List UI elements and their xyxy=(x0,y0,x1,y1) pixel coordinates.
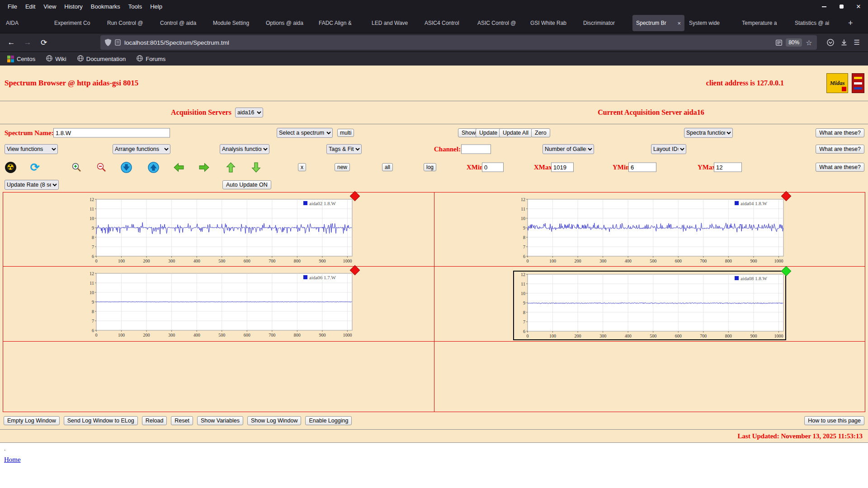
ymin-input[interactable] xyxy=(628,163,656,172)
close-button[interactable]: ✕ xyxy=(855,4,862,10)
midas-logo[interactable]: Midas xyxy=(826,73,848,93)
x-button[interactable]: x xyxy=(298,163,306,171)
download-icon[interactable] xyxy=(840,39,848,46)
bookmark-wiki[interactable]: Wiki xyxy=(46,55,66,63)
auto-update-button[interactable]: Auto Update ON xyxy=(222,180,271,189)
log-button[interactable]: log xyxy=(424,163,436,171)
tab-experiment-co[interactable]: Experiment Co xyxy=(51,15,103,31)
what-are-these-button-2[interactable]: What are these? xyxy=(816,145,864,154)
xmin-input[interactable] xyxy=(482,163,504,172)
xmax-input[interactable] xyxy=(551,163,574,172)
multi-button[interactable]: multi xyxy=(337,129,354,137)
enable-logging-button[interactable]: Enable Logging xyxy=(305,416,352,425)
spectra-functions-dropdown[interactable]: Spectra functions xyxy=(684,128,733,138)
back-icon[interactable]: ← xyxy=(5,36,18,49)
bookmark-star-icon[interactable]: ☆ xyxy=(806,38,812,47)
tab-discriminator[interactable]: Discriminator xyxy=(580,15,632,31)
maximize-button[interactable] xyxy=(838,4,844,10)
gallery-cell-4[interactable]: 6789101112010020030040050060070080090010… xyxy=(434,267,865,342)
url-bar[interactable]: localhost:8015/Spectrum/Spectrum.tml 80%… xyxy=(100,35,817,50)
how-to-use-button[interactable]: How to use this page xyxy=(804,416,864,425)
menu-view[interactable]: View xyxy=(39,3,60,10)
facility-logo[interactable] xyxy=(852,73,864,93)
arrow-up-icon[interactable] xyxy=(225,161,236,173)
gallery-cell-1[interactable]: 6789101112010020030040050060070080090010… xyxy=(3,192,434,267)
spectrum-name-input[interactable] xyxy=(53,128,170,138)
shield-icon[interactable] xyxy=(105,39,111,46)
reset-button[interactable]: Reset xyxy=(171,416,193,425)
zoom-level-badge[interactable]: 80% xyxy=(786,38,802,47)
show-log-window-button[interactable]: Show Log Window xyxy=(247,416,302,425)
tab-fadc-align[interactable]: FADC Align & xyxy=(315,15,367,31)
zoom-out-icon[interactable] xyxy=(95,161,107,173)
menu-edit[interactable]: Edit xyxy=(21,3,39,10)
tab-temperature-a[interactable]: Temperature a xyxy=(738,15,790,31)
new-button[interactable]: new xyxy=(335,163,350,171)
menu-help[interactable]: Help xyxy=(146,3,166,10)
site-info-icon[interactable] xyxy=(115,39,121,46)
update-all-button[interactable]: Update All xyxy=(499,128,532,137)
arrange-functions-dropdown[interactable]: Arrange functions xyxy=(113,144,170,154)
reload-button[interactable]: Reload xyxy=(142,416,167,425)
hamburger-menu-icon[interactable]: ☰ xyxy=(854,38,860,47)
layout-id-dropdown[interactable]: Layout ID=8 xyxy=(651,144,686,154)
radiation-icon[interactable]: ☢ xyxy=(5,161,16,173)
pocket-icon[interactable] xyxy=(827,39,834,46)
menu-tools[interactable]: Tools xyxy=(124,3,146,10)
refresh-icon[interactable]: ⟳ xyxy=(29,161,41,173)
bookmark-centos[interactable]: Centos xyxy=(7,56,35,62)
tab-options-aida[interactable]: Options @ aida xyxy=(262,15,314,31)
bookmark-forums[interactable]: Forums xyxy=(137,55,165,63)
channel-input[interactable] xyxy=(461,145,491,154)
forward-icon[interactable]: → xyxy=(21,36,34,49)
show-variables-button[interactable]: Show Variables xyxy=(197,416,243,425)
acquisition-server-dropdown[interactable]: aida16 xyxy=(235,108,263,117)
minimize-button[interactable] xyxy=(821,4,827,10)
arrow-down-icon[interactable] xyxy=(250,161,262,173)
arrow-left-icon[interactable] xyxy=(173,161,184,173)
analysis-functions-dropdown[interactable]: Analysis functions xyxy=(220,144,269,154)
tab-system-wide[interactable]: System wide xyxy=(685,15,737,31)
tab-asic-control[interactable]: ASIC Control @ xyxy=(474,15,526,31)
send-log-window-to-elog-button[interactable]: Send Log Window to ELog xyxy=(64,416,138,425)
what-are-these-button-1[interactable]: What are these? xyxy=(816,128,864,137)
move-up-circle-icon[interactable] xyxy=(147,161,159,173)
all-button[interactable]: all xyxy=(382,163,393,171)
ymax-input[interactable] xyxy=(714,163,742,172)
gallery-cell-6[interactable] xyxy=(434,342,865,412)
reader-mode-icon[interactable] xyxy=(776,40,782,46)
menu-bookmarks[interactable]: Bookmarks xyxy=(87,3,124,10)
tab-asic4-control[interactable]: ASIC4 Control xyxy=(421,15,473,31)
tab-module-setting[interactable]: Module Setting xyxy=(209,15,261,31)
gallery-cell-5[interactable] xyxy=(3,342,434,412)
tab-spectrum-br[interactable]: Spectrum Br× xyxy=(632,15,684,31)
bookmark-documentation[interactable]: Documentation xyxy=(77,55,126,63)
what-are-these-button-3[interactable]: What are these? xyxy=(816,163,864,172)
menu-history[interactable]: History xyxy=(60,3,86,10)
tab-aida[interactable]: AIDA xyxy=(2,15,50,31)
zoom-in-icon[interactable] xyxy=(71,161,82,173)
arrow-right-icon[interactable] xyxy=(198,161,210,173)
select-spectrum-dropdown[interactable]: Select a spectrum xyxy=(277,128,333,138)
update-rate-dropdown[interactable]: Update Rate (8 secs) xyxy=(5,180,59,190)
new-tab-button[interactable]: + xyxy=(844,19,858,28)
move-down-circle-icon[interactable] xyxy=(120,161,132,173)
home-link[interactable]: Home xyxy=(4,456,21,464)
update-button[interactable]: Update xyxy=(476,128,501,137)
menu-file[interactable]: File xyxy=(4,3,21,10)
tab-led-and-wave[interactable]: LED and Wave xyxy=(368,15,420,31)
svg-text:600: 600 xyxy=(675,333,682,338)
tab-close-icon[interactable]: × xyxy=(677,20,681,27)
gallery-cell-3[interactable]: 6789101112010020030040050060070080090010… xyxy=(3,267,434,342)
tab-run-control[interactable]: Run Control @ xyxy=(104,15,156,31)
tab-control-aida[interactable]: Control @ aida xyxy=(156,15,208,31)
tab-statistics-ai[interactable]: Statistics @ ai xyxy=(791,15,843,31)
number-of-galleries-dropdown[interactable]: Number of Galleries xyxy=(542,144,594,154)
reload-icon[interactable]: ⟳ xyxy=(37,36,51,49)
tab-gsi-white-rab[interactable]: GSI White Rab xyxy=(527,15,579,31)
view-functions-dropdown[interactable]: View functions xyxy=(5,144,58,154)
zero-button[interactable]: Zero xyxy=(531,128,550,137)
empty-log-window-button[interactable]: Empty Log Window xyxy=(4,416,60,425)
gallery-cell-2[interactable]: 6789101112010020030040050060070080090010… xyxy=(434,192,865,267)
tags-fits-dropdown[interactable]: Tags & Fits xyxy=(326,144,362,154)
